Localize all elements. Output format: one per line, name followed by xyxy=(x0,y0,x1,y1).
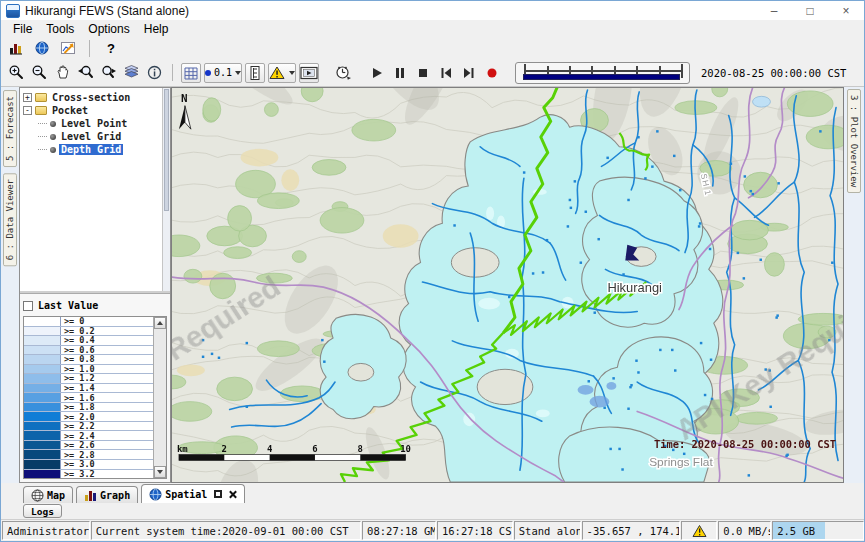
legend-swatch xyxy=(24,450,61,459)
time-slider-track xyxy=(524,70,681,72)
legend-swatch xyxy=(24,384,61,393)
expand-toggle-icon[interactable]: - xyxy=(23,106,32,115)
step-back-button[interactable] xyxy=(436,63,456,83)
svg-text:4: 4 xyxy=(267,444,272,454)
grid-toggle-button[interactable] xyxy=(181,63,201,83)
info-icon[interactable] xyxy=(144,63,164,83)
legend-label: >= 1.6 xyxy=(61,393,153,402)
database-icon[interactable] xyxy=(6,38,26,58)
tree-item[interactable]: Level Grid xyxy=(20,130,162,143)
zoom-previous-icon[interactable] xyxy=(75,63,95,83)
record-button[interactable] xyxy=(482,63,502,83)
warning-icon xyxy=(692,524,707,538)
tree-item-label: Cross-section xyxy=(50,92,132,103)
status-mode: Stand alone xyxy=(514,521,581,540)
tree-scrollbar[interactable] xyxy=(162,88,170,291)
legend-swatch xyxy=(24,470,61,479)
menu-file[interactable]: File xyxy=(7,22,38,36)
logs-button[interactable]: Logs xyxy=(23,504,62,518)
tab-forecast[interactable]: 5 : Forecast xyxy=(3,90,17,167)
maximize-button[interactable]: □ xyxy=(792,1,828,20)
svg-text:km: km xyxy=(177,444,188,454)
legend-row[interactable]: >= 3.2 xyxy=(24,470,153,479)
layers-icon[interactable] xyxy=(121,63,141,83)
time-slider[interactable] xyxy=(515,62,690,84)
expand-toggle-icon[interactable]: + xyxy=(23,93,32,102)
threshold-warning-dropdown[interactable] xyxy=(268,63,296,83)
status-gmt-time: 08:27:18 GMT xyxy=(362,521,436,540)
scale-gauge-button[interactable] xyxy=(245,63,265,83)
status-coordinates: -35.657 , 174.199 xyxy=(582,521,681,540)
tab-spatial[interactable]: Spatial xyxy=(141,484,245,503)
node-bullet-icon xyxy=(50,147,56,153)
svg-text:8: 8 xyxy=(358,444,363,454)
tree-item[interactable]: Level Point xyxy=(20,117,162,130)
legend-label: >= 2.8 xyxy=(61,450,153,459)
stop-button[interactable] xyxy=(413,63,433,83)
status-local-time: 16:27:18 CST xyxy=(437,521,513,540)
zoom-in-icon[interactable] xyxy=(6,63,26,83)
chart-display-icon[interactable] xyxy=(58,38,78,58)
legend-swatch xyxy=(24,317,61,326)
legend-swatch xyxy=(24,403,61,412)
folder-icon xyxy=(35,106,47,115)
map-viewport[interactable]: API Key Required API Key Required N km 2… xyxy=(171,87,844,483)
legend-swatch xyxy=(24,374,61,383)
folder-icon xyxy=(35,93,47,102)
legend-label: >= 1.4 xyxy=(61,384,153,393)
left-dock-strip: 5 : Forecast 6 : Data Viewer xyxy=(1,87,19,483)
zoom-out-icon[interactable] xyxy=(29,63,49,83)
spatial-globe-icon xyxy=(149,488,162,501)
legend-swatch xyxy=(24,336,61,345)
legend-scrollbar[interactable] xyxy=(153,317,166,478)
right-dock-strip: 3 : Plot Overview xyxy=(844,87,864,483)
chevron-down-icon xyxy=(235,71,241,75)
app-window: Hikurangi FEWS (Stand alone) – □ × File … xyxy=(0,0,865,542)
legend-rows: >= 0>= 0.2>= 0.4>= 0.6>= 0.8>= 1.0>= 1.2… xyxy=(24,317,153,478)
legend-label: >= 1.8 xyxy=(61,403,153,412)
legend-swatch xyxy=(24,346,61,355)
node-bullet-icon xyxy=(50,134,56,140)
tree-item[interactable]: +Cross-section xyxy=(20,91,162,104)
zoom-next-icon[interactable] xyxy=(98,63,118,83)
last-value-checkbox[interactable] xyxy=(23,301,33,311)
map-canvas[interactable]: API Key Required API Key Required N km 2… xyxy=(172,88,843,482)
animation-timer-icon[interactable] xyxy=(333,63,353,83)
toolbar-separator xyxy=(89,40,90,57)
contour-value-dropdown[interactable]: 0.1 xyxy=(204,63,242,83)
legend-label: >= 2.4 xyxy=(61,431,153,440)
title-bar: Hikurangi FEWS (Stand alone) – □ × xyxy=(1,1,864,20)
globe-icon[interactable] xyxy=(32,38,52,58)
menu-help[interactable]: Help xyxy=(138,22,175,36)
menu-options[interactable]: Options xyxy=(82,22,135,36)
toolbar-separator xyxy=(172,64,173,81)
help-button[interactable]: ? xyxy=(101,38,121,58)
scroll-down-icon[interactable] xyxy=(154,466,166,478)
tab-map[interactable]: Map xyxy=(23,486,73,503)
close-button[interactable]: × xyxy=(828,1,864,20)
label-locality: Springs Flat xyxy=(649,455,713,469)
tree-connector xyxy=(38,136,47,137)
pan-hand-icon[interactable] xyxy=(52,63,72,83)
time-span-bar[interactable] xyxy=(523,74,680,80)
animation-movie-button[interactable] xyxy=(299,63,319,83)
tab-graph[interactable]: Graph xyxy=(76,486,138,503)
status-warning[interactable] xyxy=(681,521,717,540)
legend-swatch xyxy=(24,327,61,336)
maximize-panel-icon[interactable] xyxy=(214,490,222,498)
minimize-button[interactable]: – xyxy=(756,1,792,20)
close-panel-icon[interactable] xyxy=(228,490,237,499)
current-time-label: 2020-08-25 00:00:00 CST xyxy=(701,67,859,79)
scroll-up-icon[interactable] xyxy=(154,317,166,329)
legend-label: >= 2.0 xyxy=(61,412,153,421)
tab-plot-overview[interactable]: 3 : Plot Overview xyxy=(847,89,861,193)
step-forward-button[interactable] xyxy=(459,63,479,83)
tab-data-viewer[interactable]: 6 : Data Viewer xyxy=(3,173,17,266)
pause-button[interactable] xyxy=(390,63,410,83)
tree-item[interactable]: -Pocket xyxy=(20,104,162,117)
menu-tools[interactable]: Tools xyxy=(40,22,80,36)
legend-label: >= 1.2 xyxy=(61,374,153,383)
play-button[interactable] xyxy=(367,63,387,83)
legend-swatch xyxy=(24,422,61,431)
tree-item[interactable]: Depth Grid xyxy=(20,143,162,156)
